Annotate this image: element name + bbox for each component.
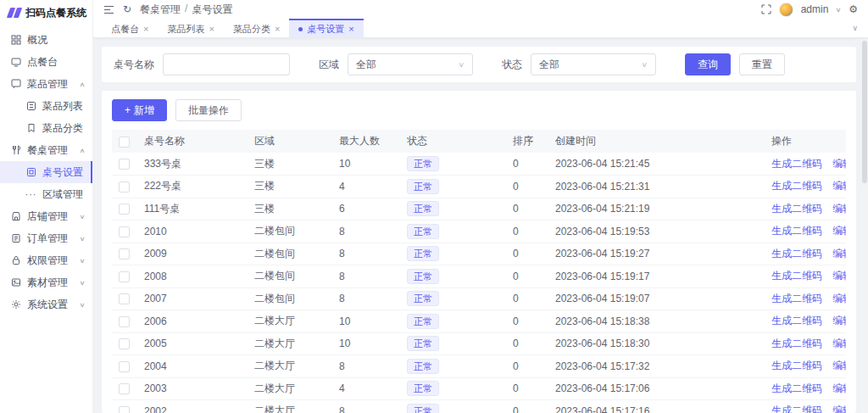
generate-qrcode-link[interactable]: 生成二维码 (771, 293, 822, 304)
generate-qrcode-link[interactable]: 生成二维码 (771, 315, 822, 326)
sidebar-item-shop-management[interactable]: 店铺管理 ∨ (0, 205, 92, 227)
vertical-scrollbar[interactable] (861, 39, 868, 413)
sidebar-menu: 概况 点餐台 菜品管理 ∧ 菜品列表 菜品分类 (0, 29, 92, 315)
tab-dish-list[interactable]: 菜品列表 × (158, 19, 223, 37)
cell-sort: 0 (506, 153, 548, 176)
sidebar-item-system-settings[interactable]: 系统设置 ∨ (0, 293, 92, 315)
cell-sort: 0 (506, 265, 548, 288)
row-checkbox[interactable] (119, 181, 130, 193)
row-checkbox[interactable] (119, 338, 130, 349)
generate-qrcode-link[interactable]: 生成二维码 (771, 338, 822, 349)
sidebar-item-order-counter[interactable]: 点餐台 (0, 51, 92, 73)
sidebar-item-area-management[interactable]: ··· 区域管理 (0, 183, 92, 205)
row-checkbox[interactable] (119, 316, 130, 327)
row-checkbox[interactable] (119, 226, 130, 237)
table-name-input[interactable] (163, 53, 290, 75)
tab-dish-category[interactable]: 菜品分类 × (224, 19, 289, 37)
sidebar-item-label: 概况 (27, 33, 47, 47)
avatar[interactable] (779, 3, 793, 17)
cell-max-people: 8 (332, 355, 400, 378)
sidebar-item-table-number-settings[interactable]: 桌号设置 (0, 161, 92, 183)
generate-qrcode-link[interactable]: 生成二维码 (771, 248, 822, 260)
row-checkbox[interactable] (119, 361, 130, 372)
cell-sort: 0 (506, 198, 548, 220)
batch-actions-button[interactable]: 批量操作 (175, 99, 242, 121)
status-badge: 正常 (407, 201, 439, 216)
edit-link[interactable]: 编辑 (832, 382, 846, 394)
fullscreen-icon[interactable] (761, 4, 771, 14)
sidebar-item-dish-category[interactable]: 菜品分类 (0, 117, 92, 139)
row-checkbox[interactable] (119, 248, 130, 260)
tabs-dropdown-icon[interactable]: ∨ (852, 19, 868, 37)
select-all-checkbox[interactable] (119, 137, 130, 148)
sidebar-item-label: 餐桌管理 (27, 143, 68, 158)
cell-max-people: 4 (332, 176, 400, 198)
close-icon[interactable]: × (209, 24, 214, 34)
tab-label: 点餐台 (111, 23, 139, 36)
row-checkbox[interactable] (119, 204, 130, 215)
generate-qrcode-link[interactable]: 生成二维码 (771, 203, 822, 215)
row-checkbox[interactable] (119, 383, 130, 394)
table-row: 222号桌 三楼 4 正常 0 2023-06-04 15:21:31 生成二维… (112, 176, 846, 198)
gear-icon (10, 299, 21, 310)
generate-qrcode-link[interactable]: 生成二维码 (771, 382, 822, 394)
close-icon[interactable]: × (275, 24, 280, 34)
edit-link[interactable]: 编辑 (832, 270, 846, 282)
sidebar-item-label: 系统设置 (27, 298, 68, 312)
sidebar-item-permission-management[interactable]: 权限管理 ∨ (0, 249, 92, 271)
generate-qrcode-link[interactable]: 生成二维码 (771, 270, 822, 282)
tab-table-number-settings[interactable]: 桌号设置 × (289, 19, 363, 37)
add-button[interactable]: +新增 (112, 99, 167, 121)
edit-link[interactable]: 编辑 (832, 225, 846, 237)
reset-button[interactable]: 重置 (739, 53, 785, 75)
cell-area: 三楼 (248, 198, 332, 220)
close-icon[interactable]: × (348, 24, 353, 34)
row-checkbox[interactable] (119, 406, 130, 413)
table-row: 2002 二楼大厅 8 正常 0 2023-06-04 15:17:16 生成二… (112, 400, 846, 413)
close-icon[interactable]: × (143, 24, 148, 34)
edit-link[interactable]: 编辑 (832, 293, 846, 304)
search-button[interactable]: 查询 (685, 53, 731, 75)
sidebar-item-material-management[interactable]: 素材管理 ∨ (0, 271, 92, 293)
tab-order-counter[interactable]: 点餐台 × (102, 19, 158, 37)
area-select[interactable]: 全部 ∨ (348, 53, 473, 75)
settings-gear-icon[interactable]: ⚙ (849, 4, 858, 14)
status-badge: 正常 (407, 336, 439, 351)
chevron-down-icon[interactable]: ∨ (836, 6, 842, 13)
table-panel: +新增 批量操作 桌号名称 区域 最大人数 状态 排序 创建时间 (102, 91, 856, 413)
refresh-icon[interactable]: ↻ (123, 4, 131, 14)
sidebar-item-dish-list[interactable]: 菜品列表 (0, 95, 92, 117)
edit-link[interactable]: 编辑 (832, 203, 846, 215)
cell-max-people: 8 (332, 265, 400, 288)
generate-qrcode-link[interactable]: 生成二维码 (771, 180, 822, 192)
sidebar-item-label: 店铺管理 (27, 209, 68, 224)
generate-qrcode-link[interactable]: 生成二维码 (771, 225, 822, 237)
collapse-sidebar-icon[interactable] (103, 5, 114, 14)
generate-qrcode-link[interactable]: 生成二维码 (771, 158, 822, 170)
scrollbar-thumb[interactable] (862, 41, 867, 183)
row-checkbox[interactable] (119, 271, 130, 282)
edit-link[interactable]: 编辑 (832, 180, 846, 192)
sidebar-item-dish-management[interactable]: 菜品管理 ∧ (0, 73, 92, 95)
cell-max-people: 4 (332, 377, 400, 400)
row-checkbox[interactable] (119, 293, 130, 304)
generate-qrcode-link[interactable]: 生成二维码 (771, 405, 822, 413)
tab-label: 菜品列表 (167, 23, 204, 36)
edit-link[interactable]: 编辑 (832, 315, 846, 326)
edit-link[interactable]: 编辑 (832, 338, 846, 349)
chevron-down-icon: ∨ (80, 257, 86, 264)
sidebar-item-overview[interactable]: 概况 (0, 29, 92, 51)
cell-area: 二楼包间 (248, 243, 332, 265)
status-select-value: 全部 (539, 58, 559, 72)
sidebar-item-order-management[interactable]: 订单管理 ∨ (0, 227, 92, 249)
status-select[interactable]: 全部 ∨ (531, 53, 656, 75)
sidebar-item-table-management[interactable]: 餐桌管理 ∧ (0, 139, 92, 161)
generate-qrcode-link[interactable]: 生成二维码 (771, 360, 822, 371)
row-checkbox[interactable] (119, 159, 130, 170)
edit-link[interactable]: 编辑 (832, 405, 846, 413)
edit-link[interactable]: 编辑 (832, 248, 846, 260)
cell-area: 二楼大厅 (248, 332, 332, 355)
user-name[interactable]: admin (801, 3, 829, 15)
edit-link[interactable]: 编辑 (832, 360, 846, 371)
edit-link[interactable]: 编辑 (832, 158, 846, 170)
